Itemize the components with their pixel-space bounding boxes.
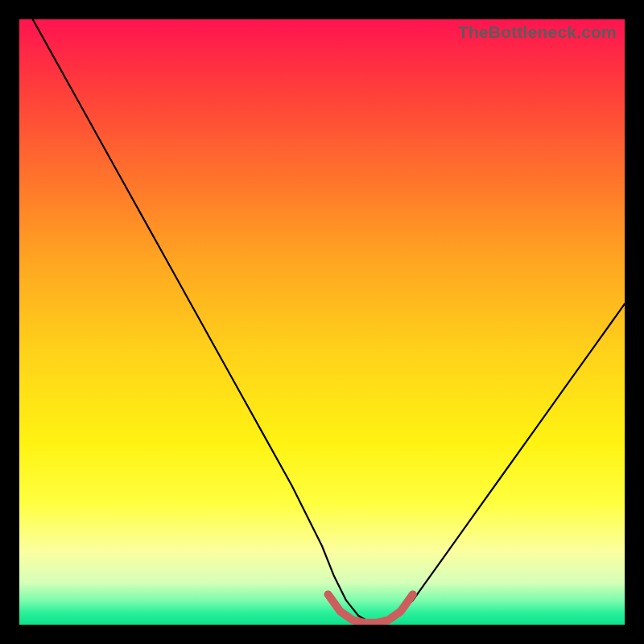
chart-svg (19, 19, 625, 625)
optimal-band-path (328, 594, 413, 622)
curve-group (19, 19, 625, 623)
bottleneck-curve-path (19, 19, 625, 623)
plot-area: TheBottleneck.com (19, 19, 625, 625)
chart-frame: TheBottleneck.com (0, 0, 644, 644)
